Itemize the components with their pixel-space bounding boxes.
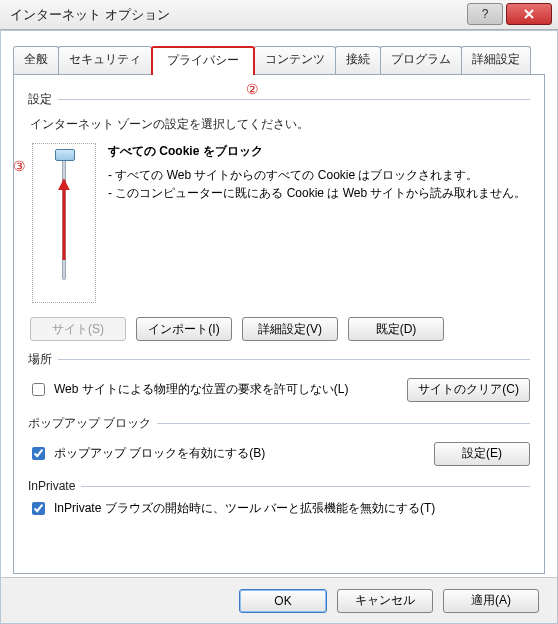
location-group-label: 場所 — [28, 351, 530, 368]
popup-checkbox-row[interactable]: ポップアップ ブロックを有効にする(B) — [28, 444, 265, 463]
window-title: インターネット オプション — [10, 6, 170, 24]
sites-button: サイト(S) — [30, 317, 126, 341]
location-checkbox-row[interactable]: Web サイトによる物理的な位置の要求を許可しない(L) — [28, 380, 348, 399]
inprivate-label-text: InPrivate — [28, 479, 75, 493]
tab-general[interactable]: 全般 — [13, 46, 59, 75]
privacy-policy-title: すべての Cookie をブロック — [108, 143, 530, 160]
tab-bar: 全般 セキュリティ プライバシー コンテンツ 接続 プログラム 詳細設定 — [13, 45, 545, 74]
popup-checkbox-label: ポップアップ ブロックを有効にする(B) — [54, 445, 265, 462]
policy-line-2: - このコンピューターに既にある Cookie は Web サイトから読み取れま… — [108, 184, 530, 202]
cancel-button[interactable]: キャンセル — [337, 589, 433, 613]
inprivate-checkbox-row[interactable]: InPrivate ブラウズの開始時に、ツール バーと拡張機能を無効にする(T) — [28, 499, 530, 518]
settings-group-label: 設定 — [28, 91, 530, 108]
close-icon — [523, 8, 535, 20]
popup-label-text: ポップアップ ブロック — [28, 415, 151, 432]
settings-label-text: 設定 — [28, 91, 52, 108]
callout-2: ② — [246, 81, 259, 97]
dialog-button-bar: OK キャンセル 適用(A) — [1, 577, 557, 623]
slider-thumb[interactable] — [55, 149, 75, 161]
tab-security[interactable]: セキュリティ — [58, 46, 152, 75]
location-label-text: 場所 — [28, 351, 52, 368]
tab-advanced[interactable]: 詳細設定 — [461, 46, 531, 75]
tab-privacy[interactable]: プライバシー — [151, 46, 255, 75]
default-button[interactable]: 既定(D) — [348, 317, 444, 341]
settings-instruction: インターネット ゾーンの設定を選択してください。 — [30, 116, 530, 133]
clear-sites-button[interactable]: サイトのクリア(C) — [407, 378, 530, 402]
inprivate-group-label: InPrivate — [28, 479, 530, 493]
privacy-policy-desc: - すべての Web サイトからのすべての Cookie はブロックされます。 … — [108, 166, 530, 202]
help-button[interactable]: ? — [467, 3, 503, 25]
title-bar: インターネット オプション ? — [0, 0, 558, 30]
location-checkbox-label: Web サイトによる物理的な位置の要求を許可しない(L) — [54, 381, 348, 398]
advanced-settings-button[interactable]: 詳細設定(V) — [242, 317, 338, 341]
privacy-slider[interactable]: ③ ▲ — [32, 143, 96, 303]
location-checkbox[interactable] — [32, 383, 45, 396]
popup-settings-button[interactable]: 設定(E) — [434, 442, 530, 466]
close-button[interactable] — [506, 3, 552, 25]
ok-button[interactable]: OK — [239, 589, 327, 613]
privacy-panel: ② 設定 インターネット ゾーンの設定を選択してください。 ③ ▲ すべての C… — [13, 74, 545, 574]
inprivate-checkbox-label: InPrivate ブラウズの開始時に、ツール バーと拡張機能を無効にする(T) — [54, 500, 435, 517]
apply-button[interactable]: 適用(A) — [443, 589, 539, 613]
tab-content[interactable]: コンテンツ — [254, 46, 336, 75]
arrow-line — [63, 180, 66, 260]
dialog-client: 全般 セキュリティ プライバシー コンテンツ 接続 プログラム 詳細設定 ② 設… — [0, 30, 558, 624]
tab-programs[interactable]: プログラム — [380, 46, 462, 75]
policy-line-1: - すべての Web サイトからのすべての Cookie はブロックされます。 — [108, 166, 530, 184]
tab-connections[interactable]: 接続 — [335, 46, 381, 75]
callout-3: ③ — [13, 158, 26, 174]
popup-group-label: ポップアップ ブロック — [28, 415, 530, 432]
inprivate-checkbox[interactable] — [32, 502, 45, 515]
import-button[interactable]: インポート(I) — [136, 317, 232, 341]
popup-checkbox[interactable] — [32, 447, 45, 460]
